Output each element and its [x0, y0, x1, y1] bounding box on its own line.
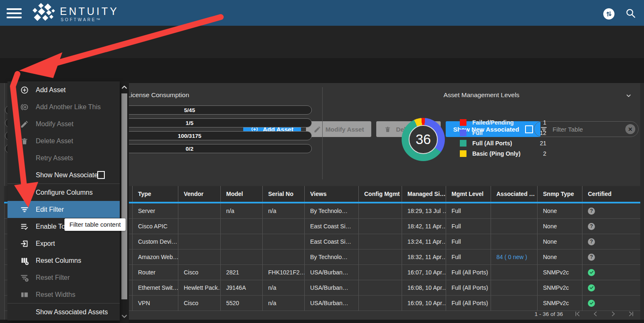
- column-header-certified[interactable]: Certified: [582, 186, 640, 202]
- button-label: Modify Asset: [326, 126, 364, 133]
- menu-item-delete-asset[interactable]: Delete Asset: [7, 132, 120, 149]
- menu-item-reset-widths[interactable]: Reset Widths: [7, 286, 120, 303]
- table-cell: East Coast Si…: [304, 234, 358, 249]
- table-cell: [491, 265, 537, 280]
- transfer-icon[interactable]: [603, 8, 614, 20]
- levels-legend: Failed/Pending1Full12Full (All Ports)21B…: [460, 119, 546, 160]
- prev-page-icon[interactable]: [592, 311, 599, 317]
- menu-item-add-asset[interactable]: Add Asset: [7, 81, 120, 98]
- table-cell: SNMPv2c: [537, 265, 582, 280]
- legend-row: Basic (Ping Only)2: [460, 150, 546, 157]
- table-cell: [262, 219, 304, 234]
- menu-item-retry-assets[interactable]: Retry Assets: [7, 149, 120, 166]
- table-cell: 16:07, 10 Apr…: [402, 265, 446, 280]
- table-cell: [491, 296, 537, 311]
- table-cell: [178, 250, 220, 264]
- associated-link[interactable]: 84 ( 0 new ): [491, 250, 537, 264]
- table-cell: Full (All Ports): [446, 265, 491, 280]
- pencil-icon: [313, 125, 321, 133]
- table-cell: Cisco APIC: [132, 219, 178, 234]
- column-header-model[interactable]: Model: [220, 186, 262, 202]
- column-header-vendor[interactable]: Vendor: [178, 186, 220, 202]
- column-header-config-mgmt[interactable]: Config Mgmt: [358, 186, 402, 202]
- collapse-chevron-icon[interactable]: [625, 93, 632, 99]
- table-cell: Ethernet Swit…: [132, 280, 178, 295]
- table-cell: None: [537, 203, 582, 218]
- table-cell-certified: ?: [582, 250, 640, 264]
- next-page-icon[interactable]: [610, 311, 617, 317]
- modify-asset-button[interactable]: Modify Asset: [306, 121, 372, 137]
- column-header-type[interactable]: Type: [132, 186, 178, 202]
- table-cell: 18:29, 13 Jul …: [402, 203, 446, 218]
- help-icon: ?: [588, 238, 595, 245]
- clear-filter-icon[interactable]: ✕: [625, 124, 635, 134]
- legend-label: Failed/Pending: [472, 119, 514, 126]
- table-cell: 5520: [220, 296, 262, 311]
- table-cell: n/a: [262, 280, 304, 295]
- content-right-margin: [640, 83, 644, 320]
- scroll-up-icon[interactable]: [121, 84, 128, 91]
- table-cell: Full (All Ports): [446, 296, 491, 311]
- table-cell: [178, 203, 220, 218]
- legend-label: Full (All Ports): [472, 140, 512, 147]
- menu-checkbox[interactable]: [97, 171, 105, 179]
- add-another-icon: [20, 103, 29, 112]
- table-cell: USA/Burban…: [304, 265, 358, 280]
- scrollbar-thumb[interactable]: [121, 93, 127, 299]
- menu-item-configure-columns[interactable]: Configure Columns: [7, 184, 120, 201]
- legend-row: Full12: [460, 129, 546, 136]
- table-cell: USA/Burban…: [304, 280, 358, 295]
- brand-name: ENTUITY: [60, 5, 119, 17]
- column-header-associated[interactable]: Associated …: [491, 186, 537, 202]
- column-header-snmp-type[interactable]: Snmp Type: [537, 186, 582, 202]
- table-cell-certified: ?: [582, 219, 640, 234]
- top-app-bar: ENTUITY SOFTWARE™: [0, 0, 644, 26]
- menu-item-export[interactable]: Export: [7, 235, 120, 252]
- table-cell: By Technolo…: [304, 203, 358, 218]
- column-header-managed-si[interactable]: Managed Si…: [402, 186, 446, 202]
- first-page-icon[interactable]: [574, 311, 581, 317]
- table-cell: n/a: [262, 296, 304, 311]
- table-cell: None: [537, 234, 582, 249]
- table-cell: [358, 203, 402, 218]
- menu-item-add-another-like-this[interactable]: Add Another Like This: [7, 98, 120, 115]
- help-icon: ?: [588, 223, 595, 230]
- table-cell: [358, 280, 402, 295]
- column-header-views[interactable]: Views: [304, 186, 358, 202]
- panel-divider: [322, 87, 323, 179]
- menu-item-modify-asset[interactable]: Modify Asset: [7, 115, 120, 132]
- table-cell: 18:32, 11 Apr…: [402, 250, 446, 264]
- table-cell: [358, 250, 402, 264]
- menu-item-reset-columns[interactable]: Reset Columns: [7, 252, 120, 269]
- table-cell: n/a: [262, 203, 304, 218]
- menu-item-reset-filter[interactable]: Reset Filter: [7, 269, 120, 286]
- reset-columns-icon: [20, 256, 29, 265]
- trash-icon: [384, 125, 392, 133]
- table-cell-certified: [582, 265, 640, 280]
- menu-item-show-associated-assets[interactable]: Show Associated Assets: [7, 303, 120, 321]
- legend-label: Full: [472, 130, 483, 136]
- table-cell: Amazon Web…: [132, 250, 178, 264]
- app-window: ENTUITY SOFTWARE™ Server: localhost Mana…: [0, 0, 644, 323]
- column-header-serial-no[interactable]: Serial No: [262, 186, 304, 202]
- menu-item-label: Add Asset: [36, 86, 66, 94]
- menu-item-show-new-associated[interactable]: Show New Associated: [7, 166, 120, 184]
- column-header-mgmt-level[interactable]: Mgmt Level: [446, 186, 491, 202]
- check-circle-icon: [588, 300, 595, 307]
- reset-filter-icon: [20, 273, 29, 282]
- legend-swatch: [460, 150, 466, 157]
- menu-item-label: Show Associated Assets: [36, 308, 108, 316]
- last-page-icon[interactable]: [628, 311, 634, 317]
- brand-subtitle: SOFTWARE™: [61, 17, 102, 22]
- hamburger-menu-icon[interactable]: [7, 8, 22, 18]
- columns-icon: [20, 188, 29, 197]
- table-cell: Hewlett Pack…: [178, 280, 220, 295]
- check-circle-icon: [588, 284, 595, 291]
- scroll-down-icon[interactable]: [121, 313, 128, 320]
- search-icon[interactable]: [625, 7, 636, 19]
- filter-table-input[interactable]: [552, 125, 621, 133]
- table-cell-certified: [582, 280, 640, 295]
- menu-item-label: Modify Asset: [36, 120, 74, 128]
- menu-item-label: Retry Assets: [36, 154, 73, 162]
- menu-item-edit-filter[interactable]: Edit Filter: [7, 201, 120, 218]
